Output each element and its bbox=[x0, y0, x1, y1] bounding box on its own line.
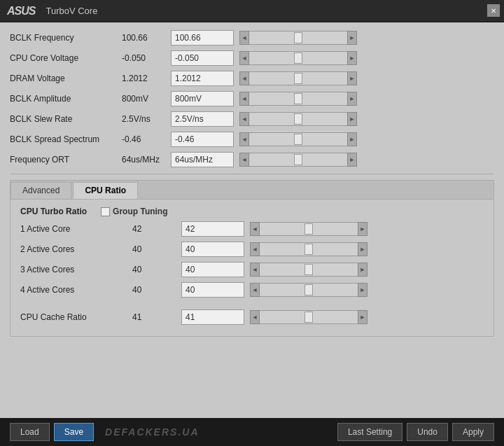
active-core-left-2[interactable]: ◄ bbox=[250, 263, 260, 277]
cpu-cache-input[interactable] bbox=[181, 309, 244, 325]
apply-button[interactable]: Apply bbox=[452, 423, 494, 441]
group-tuning-label: Group Tuning bbox=[113, 207, 167, 216]
bottom-bar: Load Save DEFACKERS.UA Last Setting Undo… bbox=[0, 418, 504, 446]
param-name-0: BCLK Frequency bbox=[10, 33, 122, 43]
slider-thumb-0 bbox=[294, 32, 302, 43]
active-core-input-0[interactable] bbox=[181, 221, 244, 237]
app-title: TurboV Core bbox=[46, 6, 97, 16]
asus-logo: ASUS bbox=[7, 5, 35, 18]
slider-track-1[interactable] bbox=[249, 51, 347, 65]
title-bar: ASUS TurboV Core ✕ bbox=[0, 0, 504, 22]
slider-left-5[interactable]: ◄ bbox=[239, 132, 249, 146]
cpu-cache-right-arrow[interactable]: ► bbox=[358, 310, 368, 324]
active-core-slider-container-2: ◄ ► bbox=[250, 263, 368, 277]
last-setting-button[interactable]: Last Setting bbox=[337, 423, 402, 441]
top-param-row: DRAM Voltage 1.2012 ◄ ► bbox=[10, 70, 494, 87]
slider-track-6[interactable] bbox=[249, 153, 347, 167]
active-core-track-3[interactable] bbox=[260, 283, 358, 297]
group-tuning-checkbox[interactable] bbox=[101, 207, 110, 216]
slider-right-5[interactable]: ► bbox=[347, 132, 357, 146]
slider-track-5[interactable] bbox=[249, 132, 347, 146]
active-core-thumb-0 bbox=[304, 223, 313, 235]
top-params: BCLK Frequency 100.66 ◄ ► CPU Core Volta… bbox=[10, 29, 494, 168]
save-button[interactable]: Save bbox=[54, 423, 94, 441]
slider-right-3[interactable]: ► bbox=[347, 92, 357, 106]
active-core-track-0[interactable] bbox=[260, 222, 358, 236]
active-core-input-1[interactable] bbox=[181, 242, 244, 257]
bottom-right-buttons: Last Setting Undo Apply bbox=[337, 423, 494, 441]
slider-left-0[interactable]: ◄ bbox=[239, 31, 249, 45]
param-static-2: 1.2012 bbox=[122, 74, 171, 83]
cpu-turbo-section: CPU Turbo Ratio Group Tuning bbox=[20, 207, 484, 216]
top-param-row: BCLK Amplitude 800mV ◄ ► bbox=[10, 90, 494, 107]
param-static-4: 2.5V/ns bbox=[122, 114, 171, 124]
slider-right-4[interactable]: ► bbox=[347, 112, 357, 126]
cpu-cache-static: 41 bbox=[132, 312, 181, 322]
main-content: BCLK Frequency 100.66 ◄ ► CPU Core Volta… bbox=[0, 22, 504, 418]
active-core-row-2: 3 Active Cores 40 ◄ ► bbox=[20, 261, 484, 278]
tab-cpu-ratio[interactable]: CPU Ratio bbox=[73, 182, 138, 199]
active-core-right-1[interactable]: ► bbox=[358, 242, 368, 256]
active-core-static-1: 40 bbox=[132, 244, 181, 254]
cpu-cache-left-arrow[interactable]: ◄ bbox=[250, 310, 260, 324]
param-input-0[interactable] bbox=[171, 30, 234, 46]
param-name-3: BCLK Amplitude bbox=[10, 94, 122, 104]
top-param-row: BCLK Frequency 100.66 ◄ ► bbox=[10, 29, 494, 46]
param-input-5[interactable] bbox=[171, 132, 234, 147]
slider-left-6[interactable]: ◄ bbox=[239, 153, 249, 167]
slider-right-6[interactable]: ► bbox=[347, 153, 357, 167]
tab-section: Advanced CPU Ratio CPU Turbo Ratio Group… bbox=[10, 180, 494, 337]
active-core-right-0[interactable]: ► bbox=[358, 222, 368, 236]
cpu-cache-slider-thumb bbox=[304, 312, 313, 323]
active-core-right-3[interactable]: ► bbox=[358, 283, 368, 297]
slider-right-2[interactable]: ► bbox=[347, 71, 357, 85]
slider-container-5: ◄ ► bbox=[239, 132, 357, 146]
slider-thumb-5 bbox=[294, 134, 302, 145]
param-name-2: DRAM Voltage bbox=[10, 74, 122, 83]
active-core-input-3[interactable] bbox=[181, 282, 244, 298]
tab-advanced[interactable]: Advanced bbox=[10, 182, 71, 199]
slider-track-4[interactable] bbox=[249, 112, 347, 126]
active-core-slider-container-1: ◄ ► bbox=[250, 242, 368, 256]
active-core-track-1[interactable] bbox=[260, 242, 358, 256]
active-core-input-2[interactable] bbox=[181, 262, 244, 277]
load-button[interactable]: Load bbox=[10, 423, 50, 441]
active-core-row-3: 4 Active Cores 40 ◄ ► bbox=[20, 281, 484, 298]
param-name-6: Frequency ORT bbox=[10, 155, 122, 165]
slider-container-3: ◄ ► bbox=[239, 92, 357, 106]
close-button[interactable]: ✕ bbox=[487, 4, 500, 17]
slider-right-1[interactable]: ► bbox=[347, 51, 357, 65]
param-static-0: 100.66 bbox=[122, 33, 171, 43]
active-core-left-3[interactable]: ◄ bbox=[250, 283, 260, 297]
active-core-static-2: 40 bbox=[132, 265, 181, 274]
slider-left-3[interactable]: ◄ bbox=[239, 92, 249, 106]
param-input-2[interactable] bbox=[171, 71, 234, 86]
active-core-left-0[interactable]: ◄ bbox=[250, 222, 260, 236]
slider-left-1[interactable]: ◄ bbox=[239, 51, 249, 65]
param-input-3[interactable] bbox=[171, 91, 234, 106]
param-input-6[interactable] bbox=[171, 152, 234, 167]
cpu-cache-slider-track[interactable] bbox=[260, 310, 358, 324]
cpu-cache-name: CPU Cache Ratio bbox=[20, 312, 132, 322]
slider-track-0[interactable] bbox=[249, 31, 347, 45]
slider-left-4[interactable]: ◄ bbox=[239, 112, 249, 126]
slider-thumb-1 bbox=[294, 53, 302, 64]
slider-track-2[interactable] bbox=[249, 71, 347, 85]
slider-thumb-2 bbox=[294, 73, 302, 84]
slider-track-3[interactable] bbox=[249, 92, 347, 106]
slider-left-2[interactable]: ◄ bbox=[239, 71, 249, 85]
undo-button[interactable]: Undo bbox=[407, 423, 448, 441]
param-static-6: 64us/MHz bbox=[122, 155, 171, 165]
slider-right-0[interactable]: ► bbox=[347, 31, 357, 45]
cpu-ratio-rows: 1 Active Core 42 ◄ ► 2 Active Cores 40 ◄… bbox=[20, 221, 484, 298]
divider bbox=[10, 174, 494, 174]
active-core-name-3: 4 Active Cores bbox=[20, 285, 132, 295]
active-core-track-2[interactable] bbox=[260, 263, 358, 277]
active-core-thumb-2 bbox=[304, 264, 313, 275]
active-core-right-2[interactable]: ► bbox=[358, 263, 368, 277]
active-core-left-1[interactable]: ◄ bbox=[250, 242, 260, 256]
param-input-4[interactable] bbox=[171, 111, 234, 127]
top-param-row: CPU Core Voltage -0.050 ◄ ► bbox=[10, 50, 494, 67]
param-input-1[interactable] bbox=[171, 50, 234, 66]
cpu-cache-slider-container: ◄ ► bbox=[250, 310, 368, 324]
